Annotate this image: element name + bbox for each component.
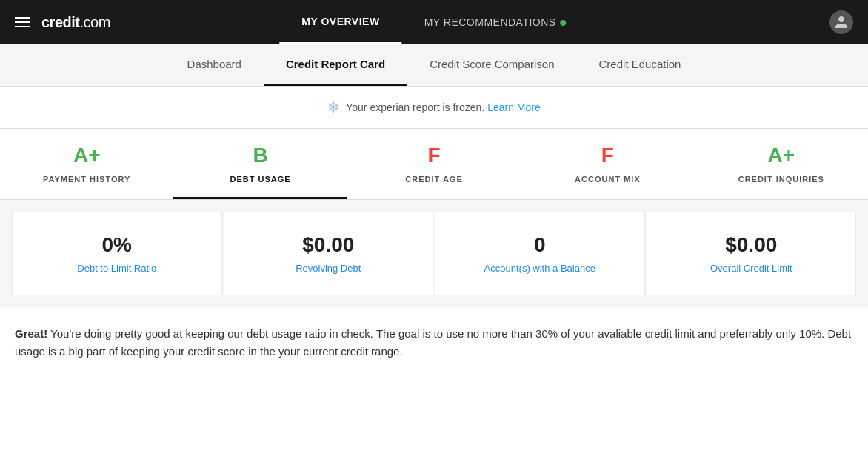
- stat-label-debt-to-limit: Debt to Limit Ratio: [27, 263, 207, 274]
- grade-credit-inquiries: A+: [702, 144, 861, 167]
- grade-payment-history: A+: [7, 144, 166, 167]
- stat-revolving-debt: $0.00 Revolving Debt: [224, 212, 434, 295]
- stat-label-overall-credit-limit: Overall Credit Limit: [662, 263, 841, 274]
- subnav-credit-education[interactable]: Credit Education: [577, 44, 704, 86]
- label-debt-usage: DEBT USAGE: [230, 175, 291, 184]
- nav-links: MY OVERVIEW MY RECOMMENDATIONS: [279, 1, 588, 44]
- subnav-credit-report-card[interactable]: Credit Report Card: [264, 44, 407, 86]
- grade-debt-usage: B: [181, 144, 339, 167]
- debt-usage-description: Great! You're doing pretty good at keepi…: [0, 307, 868, 378]
- tab-account-mix[interactable]: F ACCOUNT MIX: [521, 129, 694, 199]
- subnav-credit-score-comparison[interactable]: Credit Score Comparison: [407, 44, 576, 86]
- stat-label-accounts-balance: Account(s) with a Balance: [450, 263, 630, 274]
- brand-name-bold: credit: [41, 14, 79, 30]
- user-account-icon[interactable]: [829, 10, 853, 34]
- stat-value-debt-to-limit: 0%: [27, 233, 207, 257]
- stat-accounts-balance: 0 Account(s) with a Balance: [435, 212, 645, 295]
- stat-debt-to-limit: 0% Debt to Limit Ratio: [12, 212, 222, 295]
- label-account-mix: ACCOUNT MIX: [575, 175, 641, 184]
- description-text: You're doing pretty good at keeping our …: [15, 327, 851, 358]
- subnav-dashboard[interactable]: Dashboard: [165, 44, 264, 86]
- label-payment-history: PAYMENT HISTORY: [43, 175, 130, 184]
- brand-name-suffix: .com: [79, 14, 110, 30]
- description-bold: Great!: [15, 327, 47, 340]
- label-credit-age: CREDIT AGE: [405, 175, 462, 184]
- stat-value-accounts-balance: 0: [450, 233, 630, 257]
- brand-logo[interactable]: credit.com: [41, 14, 110, 31]
- tab-credit-age[interactable]: F CREDIT AGE: [347, 129, 521, 199]
- nav-my-recommendations[interactable]: MY RECOMMENDATIONS: [402, 1, 589, 43]
- stats-row: 0% Debt to Limit Ratio $0.00 Revolving D…: [0, 200, 868, 307]
- nav-my-overview[interactable]: MY OVERVIEW: [279, 1, 401, 44]
- stat-value-overall-credit-limit: $0.00: [662, 233, 841, 257]
- learn-more-link[interactable]: Learn More: [487, 101, 541, 113]
- notification-dot: [561, 20, 567, 26]
- frozen-text: Your experian report is frozen. Learn Mo…: [346, 101, 541, 113]
- label-credit-inquiries: CREDIT INQUIRIES: [738, 175, 824, 184]
- stat-label-revolving-debt: Revolving Debt: [239, 263, 418, 274]
- hamburger-menu[interactable]: [15, 17, 30, 27]
- stat-value-revolving-debt: $0.00: [239, 233, 418, 257]
- snowflake-icon: ❄: [327, 98, 340, 116]
- grade-tabs: A+ PAYMENT HISTORY B DEBT USAGE F CREDIT…: [0, 129, 868, 200]
- sub-navigation: Dashboard Credit Report Card Credit Scor…: [0, 44, 868, 87]
- grade-account-mix: F: [528, 144, 687, 167]
- tab-credit-inquiries[interactable]: A+ CREDIT INQUIRIES: [695, 129, 868, 199]
- grade-credit-age: F: [355, 144, 513, 167]
- frozen-notice: ❄ Your experian report is frozen. Learn …: [0, 87, 868, 129]
- top-navigation: credit.com MY OVERVIEW MY RECOMMENDATION…: [0, 0, 868, 44]
- tab-payment-history[interactable]: A+ PAYMENT HISTORY: [0, 129, 173, 199]
- tab-debt-usage[interactable]: B DEBT USAGE: [173, 129, 347, 199]
- stat-overall-credit-limit: $0.00 Overall Credit Limit: [647, 212, 857, 295]
